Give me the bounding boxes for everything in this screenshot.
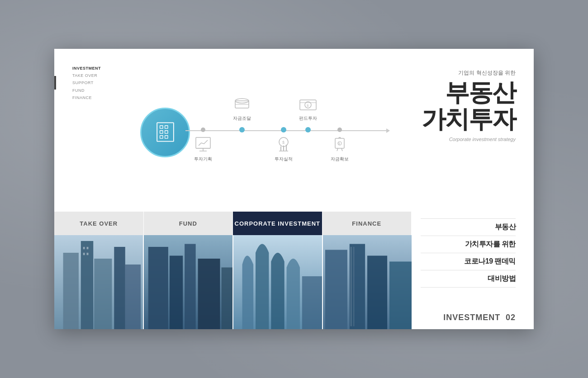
chart-icon-box	[192, 135, 214, 154]
timeline-container: 자금조달 $ 펀드투자	[149, 87, 394, 178]
tab-bar: TAKE OVER FUND CORPORATE INVESTMENT FINA…	[54, 212, 412, 235]
tab-finance[interactable]: FINANCE	[322, 212, 412, 235]
sidebar-text-1: 부동산	[495, 223, 516, 231]
svg-rect-48	[367, 256, 387, 330]
gold-icon-box	[231, 94, 253, 113]
left-nav: INVESTMENT TAKE OVER SUPPORT FUND FINANC…	[72, 62, 127, 203]
image-row	[54, 235, 412, 329]
label-siljuk: 투자실적	[275, 156, 293, 162]
svg-rect-46	[325, 250, 347, 330]
nav-item-takeover: TAKE OVER	[72, 72, 127, 79]
svg-rect-28	[63, 253, 79, 329]
svg-rect-36	[87, 253, 89, 255]
timeline-line	[185, 130, 389, 131]
main-title: 부동산 가치투자	[389, 79, 516, 133]
sidebar-item-4: 대비방법	[421, 270, 516, 288]
title-line2: 가치투자	[389, 106, 516, 132]
sidebar-text-3: 코로나19 팬데믹	[464, 257, 516, 265]
svg-rect-33	[83, 247, 85, 249]
svg-rect-49	[389, 262, 412, 330]
building-image-1	[54, 235, 143, 329]
sidebar-item-1: 부동산	[421, 218, 516, 236]
svg-rect-32	[125, 265, 141, 329]
sidebar-item-2: 가치투자를 위한	[421, 236, 516, 253]
svg-rect-38	[148, 247, 168, 329]
building-image-4	[323, 235, 412, 329]
title-line1: 부동산	[389, 79, 516, 106]
dot-5	[337, 128, 342, 132]
tab-fund[interactable]: FUND	[144, 212, 233, 235]
top-section: INVESTMENT TAKE OVER SUPPORT FUND FINANC…	[54, 49, 534, 212]
nav-item-support: SUPPORT	[72, 79, 127, 86]
bar-icon-box: $	[272, 135, 295, 154]
svg-text:$: $	[338, 142, 340, 145]
label-jajum: 자금조달	[233, 115, 251, 122]
svg-rect-31	[114, 247, 125, 329]
label-tuja: 투자기획	[194, 156, 212, 162]
bottom-left: TAKE OVER FUND CORPORATE INVESTMENT FINA…	[54, 212, 412, 329]
sidebar-text-2: 가치투자를 위한	[465, 240, 516, 248]
svg-rect-39	[170, 256, 183, 330]
label-hwakbo: 자금확보	[331, 156, 349, 162]
safe-icon-box: $	[328, 135, 351, 154]
sidebar-text-4: 대비방법	[488, 274, 516, 282]
fund-icon-box: $	[297, 94, 319, 113]
nav-item-investment: INVESTMENT	[72, 65, 127, 72]
page-number: INVESTMENT 02	[421, 311, 516, 322]
svg-rect-44	[302, 276, 322, 329]
dot-2	[239, 127, 245, 132]
tab-corporate[interactable]: CORPORATE INVESTMENT	[233, 212, 322, 235]
timeline-bottom-2: $ 투자실적	[272, 135, 295, 162]
bottom-section: TAKE OVER FUND CORPORATE INVESTMENT FINA…	[54, 212, 534, 329]
svg-text:$: $	[282, 140, 285, 145]
svg-rect-30	[94, 259, 112, 329]
svg-rect-40	[185, 244, 196, 330]
dot-1	[201, 128, 205, 132]
building-image-3	[233, 235, 322, 329]
timeline-top-2: $ 펀드투자	[297, 94, 319, 122]
svg-rect-50	[351, 247, 352, 326]
subtitle-small: 기업의 혁신성장을 위한	[389, 69, 516, 77]
sidebar-item-3: 코로나19 팬데믹	[421, 253, 516, 270]
center-diagram: 자금조달 $ 펀드투자	[127, 62, 389, 203]
timeline-arrow	[386, 128, 390, 133]
subtitle-en: Corporate investment strategy	[389, 137, 516, 142]
right-text-block: 기업의 혁신성장을 위한 부동산 가치투자 Corporate investme…	[389, 62, 516, 203]
svg-rect-41	[198, 259, 220, 329]
page-num: 02	[506, 313, 516, 322]
tab-takeover[interactable]: TAKE OVER	[54, 212, 144, 235]
svg-rect-42	[222, 268, 233, 330]
slide: INVESTMENT TAKE OVER SUPPORT FUND FINANC…	[54, 49, 534, 329]
building-image-2	[144, 235, 232, 329]
right-sidebar: 부동산 가치투자를 위한 코로나19 팬데믹 대비방법 INVESTMENT 0…	[412, 212, 534, 329]
nav-item-fund: FUND	[72, 87, 127, 94]
nav-item-finance: FINANCE	[72, 94, 127, 101]
svg-rect-47	[350, 244, 365, 330]
dot-4	[305, 127, 311, 132]
dot-3	[281, 127, 286, 132]
svg-rect-34	[87, 247, 89, 249]
timeline-top-1: 자금조달	[231, 94, 253, 122]
svg-text:$: $	[307, 104, 309, 108]
timeline-bottom-1: 투자기획	[192, 135, 214, 162]
timeline-bottom-3: $ 자금확보	[328, 135, 351, 162]
sidebar-items: 부동산 가치투자를 위한 코로나19 팬데믹 대비방법	[421, 218, 516, 288]
label-fund: 펀드투자	[299, 115, 317, 122]
page-label: INVESTMENT	[443, 313, 500, 322]
svg-rect-35	[83, 253, 85, 255]
svg-rect-51	[353, 247, 355, 326]
svg-rect-14	[196, 137, 210, 148]
